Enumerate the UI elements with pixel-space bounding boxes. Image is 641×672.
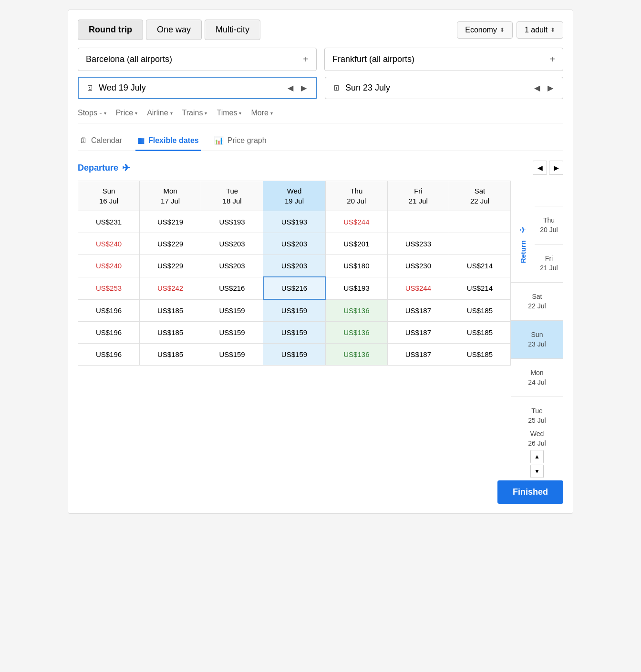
filter-trains[interactable]: Trains ▾ — [182, 107, 207, 119]
tab-price-graph[interactable]: 📊 Price graph — [212, 131, 269, 151]
price-cell[interactable]: US$185 — [449, 322, 510, 344]
price-cell[interactable]: US$240 — [78, 233, 140, 255]
price-cell[interactable]: US$203 — [201, 255, 263, 277]
price-cell[interactable]: US$136 — [325, 299, 387, 322]
return-row-4[interactable]: Mon24 Jul — [511, 358, 563, 397]
price-cell[interactable] — [449, 211, 510, 233]
price-cell[interactable]: US$185 — [449, 344, 510, 366]
tab-flexible-dates[interactable]: ▦ Flexible dates — [135, 131, 201, 151]
grid-header-row: Departure ✈ ◀ ▶ — [78, 161, 563, 175]
price-cell[interactable]: US$159 — [201, 344, 263, 366]
price-cell[interactable]: US$214 — [449, 255, 510, 277]
price-cell[interactable]: US$230 — [387, 255, 449, 277]
matrix-wrapper: Sun16 Jul Mon17 Jul Tue18 Jul Wed19 Jul … — [78, 181, 563, 473]
price-cell[interactable]: US$253 — [78, 277, 140, 299]
price-cell[interactable]: US$180 — [325, 255, 387, 277]
col-header-0: Sun16 Jul — [78, 181, 140, 211]
price-cell[interactable]: US$244 — [325, 211, 387, 233]
price-cell[interactable]: US$196 — [78, 322, 140, 344]
price-cell[interactable]: US$187 — [387, 299, 449, 322]
price-cell[interactable]: US$203 — [263, 233, 326, 255]
return-prev-btn[interactable]: ◀ — [532, 82, 542, 93]
return-date-nav: ◀ ▶ — [532, 82, 555, 93]
departure-next-btn[interactable]: ▶ — [299, 82, 309, 93]
grid-section: Departure ✈ ◀ ▶ Sun16 Jul Mon17 Jul Tue1… — [78, 161, 563, 473]
price-cell[interactable]: US$185 — [140, 344, 201, 366]
flexible-tab-icon: ▦ — [137, 136, 145, 145]
adults-dropdown[interactable]: 1 adult ⬍ — [517, 21, 563, 39]
col-header-2: Tue18 Jul — [201, 181, 263, 211]
price-cell[interactable]: US$159 — [263, 299, 326, 322]
return-scroll-down-btn[interactable]: ▼ — [530, 465, 544, 478]
price-cell[interactable]: US$219 — [140, 211, 201, 233]
price-cell[interactable] — [387, 211, 449, 233]
return-row-1[interactable]: Fri21 Jul — [535, 244, 563, 282]
filter-airline[interactable]: Airline ▾ — [147, 107, 172, 119]
filter-times[interactable]: Times ▾ — [217, 107, 241, 119]
departure-date-input[interactable]: 🗓 Wed 19 July ◀ ▶ — [78, 77, 317, 99]
filter-price[interactable]: Price ▾ — [116, 107, 137, 119]
class-label: Economy — [465, 26, 497, 34]
multi-city-button[interactable]: Multi-city — [205, 20, 260, 40]
price-cell[interactable]: US$193 — [201, 211, 263, 233]
price-cell[interactable]: US$231 — [78, 211, 140, 233]
grid-next-btn[interactable]: ▶ — [549, 161, 563, 175]
one-way-button[interactable]: One way — [146, 20, 202, 40]
return-row-6-label[interactable]: Wed26 Jul — [528, 429, 546, 448]
col-header-1: Mon17 Jul — [140, 181, 201, 211]
price-cell[interactable]: US$229 — [140, 233, 201, 255]
calendar-tab-icon: 🗓 — [80, 136, 87, 145]
price-cell[interactable]: US$244 — [387, 277, 449, 299]
price-cell[interactable]: US$233 — [387, 233, 449, 255]
price-matrix: Sun16 Jul Mon17 Jul Tue18 Jul Wed19 Jul … — [78, 181, 511, 366]
price-cell[interactable]: US$196 — [78, 344, 140, 366]
price-cell[interactable]: US$216 — [201, 277, 263, 299]
col-header-3: Wed19 Jul — [263, 181, 326, 211]
return-row-3[interactable]: Sun23 Jul — [511, 320, 563, 358]
origin-plus[interactable]: + — [303, 54, 309, 65]
return-scroll-up-btn[interactable]: ▲ — [530, 450, 544, 463]
price-cell[interactable]: US$136 — [325, 322, 387, 344]
price-cell[interactable]: US$185 — [140, 299, 201, 322]
round-trip-button[interactable]: Round trip — [78, 20, 143, 40]
filter-more[interactable]: More ▾ — [251, 107, 272, 119]
price-cell[interactable]: US$203 — [201, 233, 263, 255]
price-cell[interactable]: US$159 — [263, 322, 326, 344]
destination-input[interactable]: Frankfurt (all airports) + — [324, 48, 563, 71]
return-row-2[interactable]: Sat22 Jul — [511, 282, 563, 320]
price-cell[interactable]: US$242 — [140, 277, 201, 299]
finished-button[interactable]: Finished — [497, 480, 563, 504]
return-next-btn[interactable]: ▶ — [546, 82, 555, 93]
tab-calendar[interactable]: 🗓 Calendar — [78, 132, 124, 151]
price-cell[interactable]: US$229 — [140, 255, 201, 277]
price-cell[interactable]: US$214 — [449, 277, 510, 299]
grid-prev-btn[interactable]: ◀ — [533, 161, 547, 175]
price-cell[interactable]: US$159 — [201, 299, 263, 322]
price-cell[interactable] — [449, 233, 510, 255]
price-cell[interactable]: US$203 — [263, 255, 326, 277]
price-cell[interactable]: US$185 — [449, 299, 510, 322]
price-cell[interactable]: US$193 — [325, 277, 387, 299]
price-cell[interactable]: US$193 — [263, 211, 326, 233]
price-cell[interactable]: US$136 — [325, 344, 387, 366]
price-cell[interactable]: US$240 — [78, 255, 140, 277]
col-header-4: Thu20 Jul — [325, 181, 387, 211]
departure-label-text: Departure — [78, 163, 118, 173]
return-row-0[interactable]: Thu20 Jul — [535, 206, 563, 244]
price-cell[interactable]: US$185 — [140, 322, 201, 344]
price-cell[interactable]: US$159 — [263, 344, 326, 366]
filter-stops[interactable]: Stops - ▾ — [78, 107, 106, 119]
price-cell[interactable]: US$201 — [325, 233, 387, 255]
price-cell[interactable]: US$187 — [387, 344, 449, 366]
return-date-input[interactable]: 🗓 Sun 23 July ◀ ▶ — [325, 77, 563, 99]
price-cell[interactable]: US$216 — [263, 277, 326, 299]
trip-type-row: Round trip One way Multi-city Economy ⬍ … — [78, 20, 563, 40]
class-dropdown[interactable]: Economy ⬍ — [457, 21, 513, 39]
calendar-tab-label: Calendar — [91, 136, 122, 145]
price-cell[interactable]: US$159 — [201, 322, 263, 344]
price-cell[interactable]: US$187 — [387, 322, 449, 344]
departure-prev-btn[interactable]: ◀ — [286, 82, 295, 93]
price-cell[interactable]: US$196 — [78, 299, 140, 322]
origin-input[interactable]: Barcelona (all airports) + — [78, 48, 317, 71]
destination-plus[interactable]: + — [549, 54, 555, 65]
